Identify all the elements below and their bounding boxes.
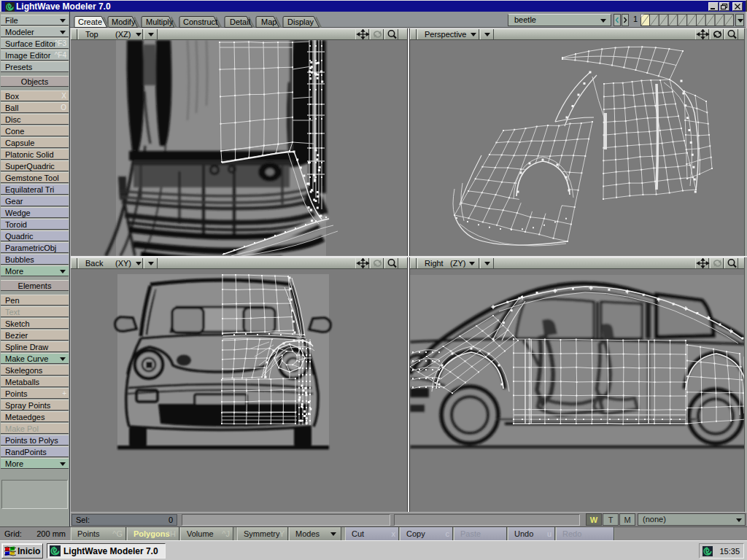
svg-text:Create: Create <box>78 18 102 26</box>
svg-text:Map: Map <box>261 18 276 26</box>
svg-text:Construct: Construct <box>183 18 217 26</box>
svg-text:Display: Display <box>287 18 314 26</box>
svg-text:Detail: Detail <box>230 18 250 26</box>
svg-text:Modify: Modify <box>112 18 136 26</box>
svg-text:Multiply: Multiply <box>146 18 174 26</box>
